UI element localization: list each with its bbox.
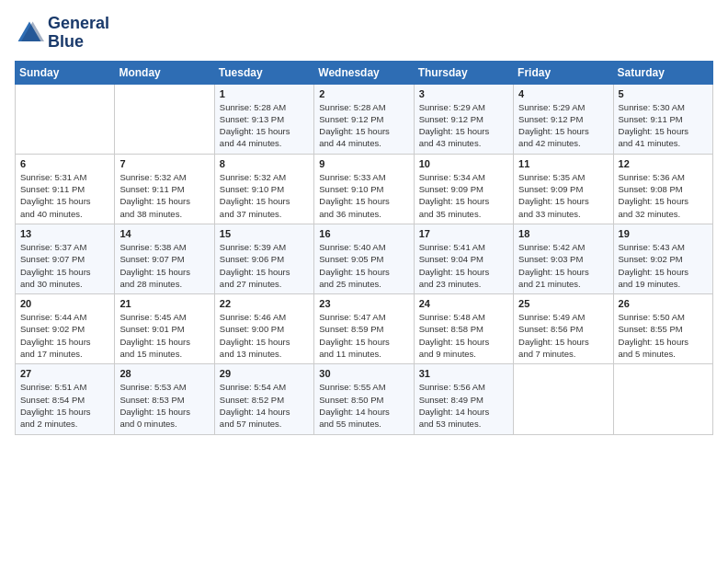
day-info: Sunrise: 5:53 AM Sunset: 8:53 PM Dayligh… — [119, 381, 209, 430]
day-info: Sunrise: 5:37 AM Sunset: 9:07 PM Dayligh… — [20, 241, 109, 290]
weekday-header-sunday: Sunday — [16, 61, 115, 84]
calendar-cell: 26Sunrise: 5:50 AM Sunset: 8:55 PM Dayli… — [613, 294, 712, 364]
calendar-cell: 23Sunrise: 5:47 AM Sunset: 8:59 PM Dayli… — [314, 294, 414, 364]
calendar-cell: 3Sunrise: 5:29 AM Sunset: 9:12 PM Daylig… — [414, 84, 513, 154]
calendar-cell: 2Sunrise: 5:28 AM Sunset: 9:12 PM Daylig… — [314, 84, 414, 154]
calendar-cell: 21Sunrise: 5:45 AM Sunset: 9:01 PM Dayli… — [115, 294, 214, 364]
day-number: 14 — [119, 228, 209, 239]
day-info: Sunrise: 5:34 AM Sunset: 9:09 PM Dayligh… — [419, 171, 508, 220]
calendar-cell — [115, 84, 214, 154]
day-number: 29 — [220, 368, 309, 379]
day-number: 26 — [619, 298, 708, 309]
day-number: 4 — [518, 88, 608, 99]
calendar-cell: 27Sunrise: 5:51 AM Sunset: 8:54 PM Dayli… — [16, 364, 115, 434]
weekday-header-monday: Monday — [115, 61, 214, 84]
calendar-cell: 22Sunrise: 5:46 AM Sunset: 9:00 PM Dayli… — [214, 294, 313, 364]
calendar-week-3: 13Sunrise: 5:37 AM Sunset: 9:07 PM Dayli… — [16, 224, 713, 293]
day-number: 3 — [419, 88, 508, 99]
day-info: Sunrise: 5:35 AM Sunset: 9:09 PM Dayligh… — [518, 171, 608, 220]
day-number: 8 — [220, 158, 309, 169]
day-number: 11 — [518, 158, 608, 169]
calendar-cell: 28Sunrise: 5:53 AM Sunset: 8:53 PM Dayli… — [115, 364, 214, 434]
day-number: 16 — [319, 228, 408, 239]
day-info: Sunrise: 5:46 AM Sunset: 9:00 PM Dayligh… — [220, 311, 309, 360]
day-info: Sunrise: 5:31 AM Sunset: 9:11 PM Dayligh… — [20, 171, 109, 220]
day-info: Sunrise: 5:51 AM Sunset: 8:54 PM Dayligh… — [20, 381, 109, 430]
day-info: Sunrise: 5:28 AM Sunset: 9:13 PM Dayligh… — [220, 101, 309, 150]
logo-icon — [15, 18, 44, 48]
day-number: 22 — [220, 298, 309, 309]
calendar-week-2: 6Sunrise: 5:31 AM Sunset: 9:11 PM Daylig… — [16, 154, 713, 224]
calendar-cell — [16, 84, 115, 154]
calendar-cell: 19Sunrise: 5:43 AM Sunset: 9:02 PM Dayli… — [613, 224, 712, 293]
day-number: 2 — [319, 88, 408, 99]
calendar-cell: 4Sunrise: 5:29 AM Sunset: 9:12 PM Daylig… — [514, 84, 613, 154]
day-info: Sunrise: 5:39 AM Sunset: 9:06 PM Dayligh… — [220, 241, 309, 290]
weekday-header-friday: Friday — [514, 61, 613, 84]
calendar-cell: 20Sunrise: 5:44 AM Sunset: 9:02 PM Dayli… — [16, 294, 115, 364]
calendar-cell: 25Sunrise: 5:49 AM Sunset: 8:56 PM Dayli… — [514, 294, 613, 364]
day-number: 24 — [419, 298, 508, 309]
day-number: 25 — [518, 298, 608, 309]
calendar-cell: 31Sunrise: 5:56 AM Sunset: 8:49 PM Dayli… — [414, 364, 513, 434]
calendar-cell: 11Sunrise: 5:35 AM Sunset: 9:09 PM Dayli… — [514, 154, 613, 224]
day-number: 31 — [419, 368, 508, 379]
calendar-cell: 10Sunrise: 5:34 AM Sunset: 9:09 PM Dayli… — [414, 154, 513, 224]
calendar-cell: 12Sunrise: 5:36 AM Sunset: 9:08 PM Dayli… — [613, 154, 712, 224]
day-number: 7 — [119, 158, 209, 169]
calendar-cell: 18Sunrise: 5:42 AM Sunset: 9:03 PM Dayli… — [514, 224, 613, 293]
calendar-cell: 16Sunrise: 5:40 AM Sunset: 9:05 PM Dayli… — [314, 224, 414, 293]
day-info: Sunrise: 5:32 AM Sunset: 9:10 PM Dayligh… — [220, 171, 309, 220]
day-info: Sunrise: 5:55 AM Sunset: 8:50 PM Dayligh… — [319, 381, 408, 430]
day-info: Sunrise: 5:42 AM Sunset: 9:03 PM Dayligh… — [518, 241, 608, 290]
calendar-cell — [613, 364, 712, 434]
weekday-header-saturday: Saturday — [613, 61, 712, 84]
day-info: Sunrise: 5:30 AM Sunset: 9:11 PM Dayligh… — [619, 101, 708, 150]
day-number: 27 — [20, 368, 109, 379]
day-number: 30 — [319, 368, 408, 379]
calendar-cell: 1Sunrise: 5:28 AM Sunset: 9:13 PM Daylig… — [214, 84, 313, 154]
calendar-cell: 29Sunrise: 5:54 AM Sunset: 8:52 PM Dayli… — [214, 364, 313, 434]
weekday-header-row: SundayMondayTuesdayWednesdayThursdayFrid… — [16, 61, 713, 84]
day-info: Sunrise: 5:32 AM Sunset: 9:11 PM Dayligh… — [119, 171, 209, 220]
day-info: Sunrise: 5:56 AM Sunset: 8:49 PM Dayligh… — [419, 381, 508, 430]
day-number: 18 — [518, 228, 608, 239]
weekday-header-wednesday: Wednesday — [314, 61, 414, 84]
day-info: Sunrise: 5:45 AM Sunset: 9:01 PM Dayligh… — [119, 311, 209, 360]
day-info: Sunrise: 5:41 AM Sunset: 9:04 PM Dayligh… — [419, 241, 508, 290]
day-number: 20 — [20, 298, 109, 309]
day-info: Sunrise: 5:50 AM Sunset: 8:55 PM Dayligh… — [619, 311, 708, 360]
logo-text: General Blue — [48, 15, 109, 52]
day-number: 6 — [20, 158, 109, 169]
day-info: Sunrise: 5:54 AM Sunset: 8:52 PM Dayligh… — [220, 381, 309, 430]
logo: General Blue — [15, 15, 109, 52]
day-number: 15 — [220, 228, 309, 239]
calendar-cell: 30Sunrise: 5:55 AM Sunset: 8:50 PM Dayli… — [314, 364, 414, 434]
day-info: Sunrise: 5:48 AM Sunset: 8:58 PM Dayligh… — [419, 311, 508, 360]
day-info: Sunrise: 5:36 AM Sunset: 9:08 PM Dayligh… — [619, 171, 708, 220]
day-info: Sunrise: 5:28 AM Sunset: 9:12 PM Dayligh… — [319, 101, 408, 150]
calendar-cell: 9Sunrise: 5:33 AM Sunset: 9:10 PM Daylig… — [314, 154, 414, 224]
calendar-cell: 14Sunrise: 5:38 AM Sunset: 9:07 PM Dayli… — [115, 224, 214, 293]
day-info: Sunrise: 5:49 AM Sunset: 8:56 PM Dayligh… — [518, 311, 608, 360]
calendar-cell: 17Sunrise: 5:41 AM Sunset: 9:04 PM Dayli… — [414, 224, 513, 293]
day-number: 13 — [20, 228, 109, 239]
day-info: Sunrise: 5:40 AM Sunset: 9:05 PM Dayligh… — [319, 241, 408, 290]
day-number: 12 — [619, 158, 708, 169]
day-number: 28 — [119, 368, 209, 379]
weekday-header-tuesday: Tuesday — [214, 61, 313, 84]
day-info: Sunrise: 5:43 AM Sunset: 9:02 PM Dayligh… — [619, 241, 708, 290]
calendar-table: SundayMondayTuesdayWednesdayThursdayFrid… — [15, 61, 713, 435]
calendar-cell — [514, 364, 613, 434]
calendar-week-1: 1Sunrise: 5:28 AM Sunset: 9:13 PM Daylig… — [16, 84, 713, 154]
day-number: 23 — [319, 298, 408, 309]
calendar-cell: 8Sunrise: 5:32 AM Sunset: 9:10 PM Daylig… — [214, 154, 313, 224]
day-number: 10 — [419, 158, 508, 169]
day-info: Sunrise: 5:47 AM Sunset: 8:59 PM Dayligh… — [319, 311, 408, 360]
day-info: Sunrise: 5:29 AM Sunset: 9:12 PM Dayligh… — [419, 101, 508, 150]
calendar-cell: 13Sunrise: 5:37 AM Sunset: 9:07 PM Dayli… — [16, 224, 115, 293]
day-info: Sunrise: 5:29 AM Sunset: 9:12 PM Dayligh… — [518, 101, 608, 150]
day-number: 17 — [419, 228, 508, 239]
calendar-cell: 7Sunrise: 5:32 AM Sunset: 9:11 PM Daylig… — [115, 154, 214, 224]
calendar-cell: 15Sunrise: 5:39 AM Sunset: 9:06 PM Dayli… — [214, 224, 313, 293]
